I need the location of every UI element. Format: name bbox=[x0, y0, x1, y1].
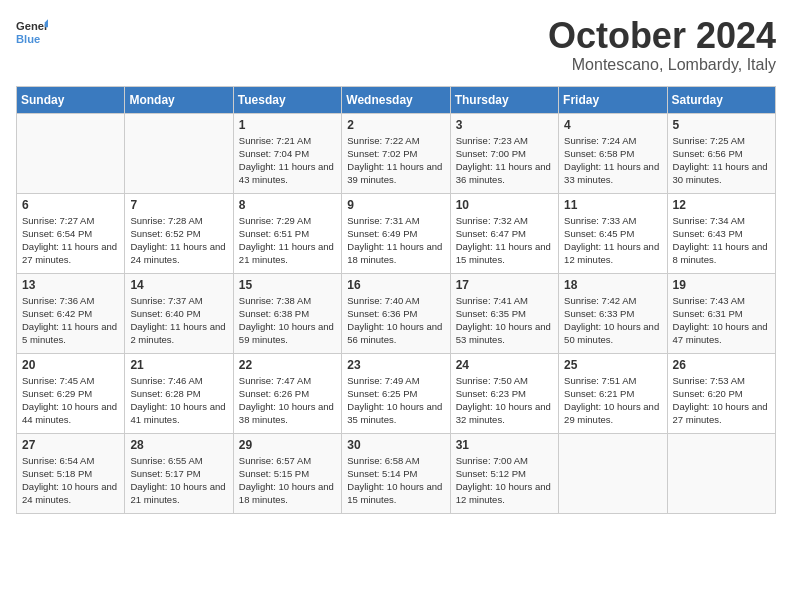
day-info: Sunrise: 7:21 AM Sunset: 7:04 PM Dayligh… bbox=[239, 134, 336, 187]
day-info: Sunrise: 7:40 AM Sunset: 6:36 PM Dayligh… bbox=[347, 294, 444, 347]
calendar-cell: 5Sunrise: 7:25 AM Sunset: 6:56 PM Daylig… bbox=[667, 113, 775, 193]
title-block: October 2024 Montescano, Lombardy, Italy bbox=[548, 16, 776, 74]
weekday-header: Wednesday bbox=[342, 86, 450, 113]
day-number: 4 bbox=[564, 118, 661, 132]
svg-text:General: General bbox=[16, 20, 48, 32]
calendar-cell: 10Sunrise: 7:32 AM Sunset: 6:47 PM Dayli… bbox=[450, 193, 558, 273]
page-header: General Blue October 2024 Montescano, Lo… bbox=[16, 16, 776, 74]
calendar-cell: 8Sunrise: 7:29 AM Sunset: 6:51 PM Daylig… bbox=[233, 193, 341, 273]
day-number: 28 bbox=[130, 438, 227, 452]
day-number: 16 bbox=[347, 278, 444, 292]
calendar-cell bbox=[667, 433, 775, 513]
day-info: Sunrise: 7:43 AM Sunset: 6:31 PM Dayligh… bbox=[673, 294, 770, 347]
day-info: Sunrise: 7:28 AM Sunset: 6:52 PM Dayligh… bbox=[130, 214, 227, 267]
location-subtitle: Montescano, Lombardy, Italy bbox=[548, 56, 776, 74]
day-number: 29 bbox=[239, 438, 336, 452]
day-number: 17 bbox=[456, 278, 553, 292]
calendar-cell: 24Sunrise: 7:50 AM Sunset: 6:23 PM Dayli… bbox=[450, 353, 558, 433]
day-number: 2 bbox=[347, 118, 444, 132]
day-number: 20 bbox=[22, 358, 119, 372]
day-number: 8 bbox=[239, 198, 336, 212]
calendar-cell: 4Sunrise: 7:24 AM Sunset: 6:58 PM Daylig… bbox=[559, 113, 667, 193]
day-info: Sunrise: 6:58 AM Sunset: 5:14 PM Dayligh… bbox=[347, 454, 444, 507]
day-info: Sunrise: 7:47 AM Sunset: 6:26 PM Dayligh… bbox=[239, 374, 336, 427]
calendar-week-row: 1Sunrise: 7:21 AM Sunset: 7:04 PM Daylig… bbox=[17, 113, 776, 193]
day-info: Sunrise: 7:23 AM Sunset: 7:00 PM Dayligh… bbox=[456, 134, 553, 187]
calendar-cell: 27Sunrise: 6:54 AM Sunset: 5:18 PM Dayli… bbox=[17, 433, 125, 513]
day-info: Sunrise: 7:49 AM Sunset: 6:25 PM Dayligh… bbox=[347, 374, 444, 427]
day-number: 30 bbox=[347, 438, 444, 452]
day-info: Sunrise: 7:27 AM Sunset: 6:54 PM Dayligh… bbox=[22, 214, 119, 267]
calendar-cell: 2Sunrise: 7:22 AM Sunset: 7:02 PM Daylig… bbox=[342, 113, 450, 193]
day-number: 10 bbox=[456, 198, 553, 212]
day-number: 13 bbox=[22, 278, 119, 292]
day-info: Sunrise: 7:36 AM Sunset: 6:42 PM Dayligh… bbox=[22, 294, 119, 347]
day-number: 21 bbox=[130, 358, 227, 372]
day-info: Sunrise: 6:54 AM Sunset: 5:18 PM Dayligh… bbox=[22, 454, 119, 507]
calendar-cell: 31Sunrise: 7:00 AM Sunset: 5:12 PM Dayli… bbox=[450, 433, 558, 513]
day-number: 24 bbox=[456, 358, 553, 372]
calendar-cell: 11Sunrise: 7:33 AM Sunset: 6:45 PM Dayli… bbox=[559, 193, 667, 273]
calendar-week-row: 27Sunrise: 6:54 AM Sunset: 5:18 PM Dayli… bbox=[17, 433, 776, 513]
calendar-cell: 28Sunrise: 6:55 AM Sunset: 5:17 PM Dayli… bbox=[125, 433, 233, 513]
calendar-cell bbox=[125, 113, 233, 193]
day-number: 5 bbox=[673, 118, 770, 132]
day-info: Sunrise: 7:38 AM Sunset: 6:38 PM Dayligh… bbox=[239, 294, 336, 347]
calendar-cell: 19Sunrise: 7:43 AM Sunset: 6:31 PM Dayli… bbox=[667, 273, 775, 353]
calendar-cell: 17Sunrise: 7:41 AM Sunset: 6:35 PM Dayli… bbox=[450, 273, 558, 353]
calendar-cell: 22Sunrise: 7:47 AM Sunset: 6:26 PM Dayli… bbox=[233, 353, 341, 433]
calendar-cell: 14Sunrise: 7:37 AM Sunset: 6:40 PM Dayli… bbox=[125, 273, 233, 353]
calendar-cell bbox=[559, 433, 667, 513]
day-info: Sunrise: 7:33 AM Sunset: 6:45 PM Dayligh… bbox=[564, 214, 661, 267]
calendar-cell: 29Sunrise: 6:57 AM Sunset: 5:15 PM Dayli… bbox=[233, 433, 341, 513]
day-number: 7 bbox=[130, 198, 227, 212]
calendar-week-row: 13Sunrise: 7:36 AM Sunset: 6:42 PM Dayli… bbox=[17, 273, 776, 353]
calendar-cell: 7Sunrise: 7:28 AM Sunset: 6:52 PM Daylig… bbox=[125, 193, 233, 273]
day-number: 11 bbox=[564, 198, 661, 212]
day-number: 26 bbox=[673, 358, 770, 372]
day-info: Sunrise: 7:24 AM Sunset: 6:58 PM Dayligh… bbox=[564, 134, 661, 187]
calendar-cell: 3Sunrise: 7:23 AM Sunset: 7:00 PM Daylig… bbox=[450, 113, 558, 193]
day-number: 18 bbox=[564, 278, 661, 292]
logo: General Blue bbox=[16, 16, 48, 48]
calendar-cell: 25Sunrise: 7:51 AM Sunset: 6:21 PM Dayli… bbox=[559, 353, 667, 433]
calendar-cell: 15Sunrise: 7:38 AM Sunset: 6:38 PM Dayli… bbox=[233, 273, 341, 353]
calendar-cell: 26Sunrise: 7:53 AM Sunset: 6:20 PM Dayli… bbox=[667, 353, 775, 433]
weekday-header: Monday bbox=[125, 86, 233, 113]
day-info: Sunrise: 7:45 AM Sunset: 6:29 PM Dayligh… bbox=[22, 374, 119, 427]
calendar-cell: 23Sunrise: 7:49 AM Sunset: 6:25 PM Dayli… bbox=[342, 353, 450, 433]
day-number: 14 bbox=[130, 278, 227, 292]
day-number: 19 bbox=[673, 278, 770, 292]
day-info: Sunrise: 6:57 AM Sunset: 5:15 PM Dayligh… bbox=[239, 454, 336, 507]
day-number: 12 bbox=[673, 198, 770, 212]
calendar-cell: 13Sunrise: 7:36 AM Sunset: 6:42 PM Dayli… bbox=[17, 273, 125, 353]
day-info: Sunrise: 7:41 AM Sunset: 6:35 PM Dayligh… bbox=[456, 294, 553, 347]
calendar-cell: 21Sunrise: 7:46 AM Sunset: 6:28 PM Dayli… bbox=[125, 353, 233, 433]
calendar-table: SundayMondayTuesdayWednesdayThursdayFrid… bbox=[16, 86, 776, 514]
calendar-cell: 18Sunrise: 7:42 AM Sunset: 6:33 PM Dayli… bbox=[559, 273, 667, 353]
month-title: October 2024 bbox=[548, 16, 776, 56]
day-number: 25 bbox=[564, 358, 661, 372]
day-info: Sunrise: 7:42 AM Sunset: 6:33 PM Dayligh… bbox=[564, 294, 661, 347]
day-info: Sunrise: 6:55 AM Sunset: 5:17 PM Dayligh… bbox=[130, 454, 227, 507]
day-number: 6 bbox=[22, 198, 119, 212]
weekday-header: Sunday bbox=[17, 86, 125, 113]
calendar-cell bbox=[17, 113, 125, 193]
day-info: Sunrise: 7:00 AM Sunset: 5:12 PM Dayligh… bbox=[456, 454, 553, 507]
calendar-cell: 12Sunrise: 7:34 AM Sunset: 6:43 PM Dayli… bbox=[667, 193, 775, 273]
calendar-cell: 20Sunrise: 7:45 AM Sunset: 6:29 PM Dayli… bbox=[17, 353, 125, 433]
weekday-header-row: SundayMondayTuesdayWednesdayThursdayFrid… bbox=[17, 86, 776, 113]
weekday-header: Saturday bbox=[667, 86, 775, 113]
day-info: Sunrise: 7:50 AM Sunset: 6:23 PM Dayligh… bbox=[456, 374, 553, 427]
calendar-cell: 1Sunrise: 7:21 AM Sunset: 7:04 PM Daylig… bbox=[233, 113, 341, 193]
weekday-header: Tuesday bbox=[233, 86, 341, 113]
day-info: Sunrise: 7:34 AM Sunset: 6:43 PM Dayligh… bbox=[673, 214, 770, 267]
day-info: Sunrise: 7:37 AM Sunset: 6:40 PM Dayligh… bbox=[130, 294, 227, 347]
weekday-header: Thursday bbox=[450, 86, 558, 113]
day-info: Sunrise: 7:46 AM Sunset: 6:28 PM Dayligh… bbox=[130, 374, 227, 427]
calendar-cell: 30Sunrise: 6:58 AM Sunset: 5:14 PM Dayli… bbox=[342, 433, 450, 513]
day-info: Sunrise: 7:25 AM Sunset: 6:56 PM Dayligh… bbox=[673, 134, 770, 187]
day-number: 31 bbox=[456, 438, 553, 452]
calendar-body: 1Sunrise: 7:21 AM Sunset: 7:04 PM Daylig… bbox=[17, 113, 776, 513]
day-info: Sunrise: 7:51 AM Sunset: 6:21 PM Dayligh… bbox=[564, 374, 661, 427]
